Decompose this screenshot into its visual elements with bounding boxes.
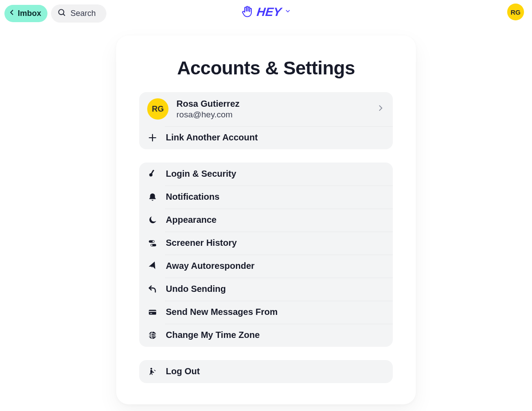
bell-icon [147, 192, 158, 202]
settings-item-send-from[interactable]: Send New Messages From [139, 301, 393, 324]
svg-point-8 [153, 240, 154, 242]
key-icon [147, 169, 158, 179]
logout-group: Log Out [139, 360, 393, 383]
page-title: Accounts & Settings [139, 58, 393, 79]
globe-icon [147, 330, 158, 341]
settings-item-away-autoresponder[interactable]: Away Autoresponder [139, 255, 393, 278]
svg-point-16 [150, 368, 152, 369]
settings-item-undo-sending[interactable]: Undo Sending [139, 278, 393, 301]
settings-item-label: Undo Sending [166, 284, 226, 294]
logo-text: HEY [256, 5, 282, 19]
undo-icon [147, 284, 158, 295]
settings-item-label: Appearance [166, 215, 217, 225]
app-header: Imbox Search HEY RG [0, 0, 532, 23]
search-placeholder: Search [70, 9, 96, 18]
link-another-label: Link Another Account [166, 132, 258, 143]
settings-item-label: Send New Messages From [166, 307, 278, 317]
hand-wave-icon [241, 4, 254, 19]
settings-item-screener-history[interactable]: Screener History [139, 232, 393, 255]
settings-item-login-security[interactable]: Login & Security [139, 163, 393, 186]
search-icon [57, 8, 66, 19]
settings-item-label: Away Autoresponder [166, 261, 254, 271]
card-icon [147, 307, 158, 318]
page-stage: Accounts & Settings RG Rosa Gutierrez ro… [0, 23, 532, 404]
chevron-left-icon [8, 8, 16, 19]
plane-icon [147, 261, 158, 271]
settings-item-label: Change My Time Zone [166, 330, 260, 340]
link-another-account-button[interactable]: Link Another Account [139, 126, 393, 149]
settings-item-label: Notifications [166, 192, 219, 202]
svg-point-0 [59, 9, 64, 15]
svg-line-1 [63, 14, 65, 16]
svg-rect-12 [149, 311, 156, 312]
svg-point-10 [151, 244, 153, 246]
account-text: Rosa Gutierrez rosa@hey.com [176, 98, 239, 120]
settings-item-label: Screener History [166, 238, 237, 248]
account-group: RG Rosa Gutierrez rosa@hey.com Link Anot… [139, 92, 393, 149]
chevron-down-icon [284, 8, 291, 16]
svg-rect-11 [149, 310, 156, 314]
log-out-button[interactable]: Log Out [139, 360, 393, 383]
back-to-imbox-button[interactable]: Imbox [4, 5, 47, 22]
svg-rect-13 [150, 313, 153, 314]
user-avatar-button[interactable]: RG [507, 4, 524, 20]
account-avatar-initials: RG [152, 105, 164, 114]
settings-item-time-zone[interactable]: Change My Time Zone [139, 324, 393, 347]
settings-group: Login & SecurityNotificationsAppearanceS… [139, 163, 393, 347]
account-row[interactable]: RG Rosa Gutierrez rosa@hey.com [139, 92, 393, 126]
logout-label: Log Out [166, 366, 200, 376]
moon-icon [147, 215, 158, 225]
settings-sheet: Accounts & Settings RG Rosa Gutierrez ro… [116, 35, 416, 404]
search-button[interactable]: Search [51, 4, 106, 23]
settings-item-label: Login & Security [166, 169, 236, 179]
settings-item-notifications[interactable]: Notifications [139, 186, 393, 209]
settings-item-appearance[interactable]: Appearance [139, 209, 393, 232]
hey-logo-menu[interactable]: HEY [241, 4, 291, 19]
plus-icon [147, 132, 158, 143]
account-name: Rosa Gutierrez [176, 98, 239, 109]
account-avatar: RG [147, 98, 168, 120]
back-label: Imbox [18, 9, 41, 18]
account-email: rosa@hey.com [176, 109, 239, 120]
exit-icon [147, 366, 158, 377]
chevron-right-icon [376, 104, 385, 114]
avatar-initials: RG [511, 8, 521, 16]
toggles-icon [147, 238, 158, 248]
